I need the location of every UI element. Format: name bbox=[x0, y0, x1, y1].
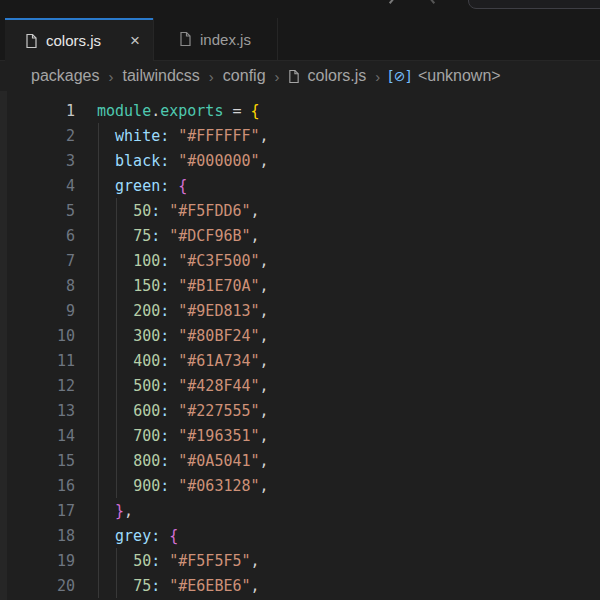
title-bar bbox=[0, 0, 600, 18]
line-number: 12 bbox=[0, 374, 75, 399]
code-line[interactable]: 4 green: { bbox=[0, 173, 600, 198]
line-number: 6 bbox=[0, 224, 75, 249]
indent-guide bbox=[116, 198, 117, 223]
code-line[interactable]: 14 700: "#196351", bbox=[0, 423, 600, 448]
indent-guide bbox=[98, 473, 99, 498]
code-line[interactable]: 19 50: "#F5F5F5", bbox=[0, 548, 600, 573]
line-number: 3 bbox=[0, 149, 75, 174]
line-number: 8 bbox=[0, 274, 75, 299]
code-line[interactable]: 17 }, bbox=[0, 498, 600, 523]
indent-guide bbox=[116, 273, 117, 298]
code-text: 75: "#DCF96B", bbox=[97, 227, 260, 245]
code-line[interactable]: 10 300: "#80BF24", bbox=[0, 323, 600, 348]
code-line[interactable]: 13 600: "#227555", bbox=[0, 398, 600, 423]
line-number: 18 bbox=[0, 524, 75, 549]
back-arrow-icon[interactable] bbox=[389, 0, 403, 9]
indent-guide bbox=[116, 323, 117, 348]
indent-guide bbox=[116, 248, 117, 273]
indent-guide bbox=[98, 173, 99, 198]
indent-guide bbox=[116, 398, 117, 423]
code-text: black: "#000000", bbox=[97, 152, 269, 170]
code-text: 600: "#227555", bbox=[97, 402, 269, 420]
line-number: 5 bbox=[0, 199, 75, 224]
breadcrumb-separator: › bbox=[267, 68, 288, 85]
code-editor[interactable]: 1module.exports = {2 white: "#FFFFFF",3 … bbox=[0, 91, 600, 600]
breadcrumb-item-unknown[interactable]: <unknown> bbox=[417, 67, 502, 85]
forward-arrow-icon[interactable] bbox=[421, 0, 435, 9]
code-text: 50: "#F5FDD6", bbox=[97, 202, 260, 220]
line-number: 7 bbox=[0, 249, 75, 274]
code-text: grey: { bbox=[97, 527, 178, 545]
line-number: 19 bbox=[0, 549, 75, 574]
line-number: 14 bbox=[0, 424, 75, 449]
indent-guide bbox=[116, 223, 117, 248]
code-line[interactable]: 15 800: "#0A5041", bbox=[0, 448, 600, 473]
code-text: white: "#FFFFFF", bbox=[97, 127, 269, 145]
code-line[interactable]: 11 400: "#61A734", bbox=[0, 348, 600, 373]
indent-guide bbox=[98, 573, 99, 598]
code-line[interactable]: 7 100: "#C3F500", bbox=[0, 248, 600, 273]
code-lines: 1module.exports = {2 white: "#FFFFFF",3 … bbox=[0, 98, 600, 598]
indent-guide bbox=[98, 323, 99, 348]
line-number: 13 bbox=[0, 399, 75, 424]
code-text: module.exports = { bbox=[97, 102, 260, 120]
indent-guide bbox=[98, 498, 99, 523]
line-number: 20 bbox=[0, 574, 75, 599]
indent-guide bbox=[116, 548, 117, 573]
breadcrumb-item-tailwindcss[interactable]: tailwindcss bbox=[122, 67, 201, 85]
breadcrumb-separator: › bbox=[201, 68, 222, 85]
code-line[interactable]: 5 50: "#F5FDD6", bbox=[0, 198, 600, 223]
indent-guide bbox=[98, 523, 99, 548]
breadcrumb-item-config[interactable]: config bbox=[222, 67, 267, 85]
code-line[interactable]: 6 75: "#DCF96B", bbox=[0, 223, 600, 248]
close-tab-icon[interactable]: × bbox=[125, 31, 145, 51]
breadcrumb-item-packages[interactable]: packages bbox=[30, 67, 101, 85]
indent-guide bbox=[98, 348, 99, 373]
code-text: 150: "#B1E70A", bbox=[97, 277, 269, 295]
code-line[interactable]: 1module.exports = { bbox=[0, 98, 600, 123]
command-center-searchbox[interactable] bbox=[468, 0, 600, 9]
code-text: 500: "#428F44", bbox=[97, 377, 269, 395]
line-number: 16 bbox=[0, 474, 75, 499]
breadcrumb-separator: › bbox=[367, 68, 388, 85]
line-number: 17 bbox=[0, 499, 75, 524]
code-line[interactable]: 16 900: "#063128", bbox=[0, 473, 600, 498]
tab-label: colors.js bbox=[46, 32, 101, 49]
tab-colors-js[interactable]: colors.js × bbox=[5, 18, 153, 61]
code-line[interactable]: 9 200: "#9ED813", bbox=[0, 298, 600, 323]
tab-label: index.js bbox=[200, 31, 251, 48]
code-line[interactable]: 20 75: "#E6EBE6", bbox=[0, 573, 600, 598]
file-icon bbox=[25, 33, 38, 49]
code-text: }, bbox=[97, 502, 133, 520]
indent-guide bbox=[98, 198, 99, 223]
line-number: 4 bbox=[0, 174, 75, 199]
indent-guide bbox=[98, 273, 99, 298]
code-line[interactable]: 8 150: "#B1E70A", bbox=[0, 273, 600, 298]
code-text: 700: "#196351", bbox=[97, 427, 269, 445]
file-icon bbox=[288, 69, 300, 84]
indent-guide bbox=[116, 473, 117, 498]
code-text: 900: "#063128", bbox=[97, 477, 269, 495]
code-line[interactable]: 2 white: "#FFFFFF", bbox=[0, 123, 600, 148]
breadcrumb-item-colors-js[interactable]: colors.js bbox=[307, 67, 368, 85]
indent-guide bbox=[116, 448, 117, 473]
indent-guide bbox=[98, 373, 99, 398]
code-text: 800: "#0A5041", bbox=[97, 452, 269, 470]
indent-guide bbox=[98, 448, 99, 473]
code-line[interactable]: 18 grey: { bbox=[0, 523, 600, 548]
indent-guide bbox=[116, 373, 117, 398]
indent-guide bbox=[98, 223, 99, 248]
line-number: 15 bbox=[0, 449, 75, 474]
tab-index-js[interactable]: index.js bbox=[153, 18, 278, 60]
symbol-unknown-icon: [⊘] bbox=[388, 68, 411, 84]
code-line[interactable]: 3 black: "#000000", bbox=[0, 148, 600, 173]
line-number: 1 bbox=[0, 99, 75, 124]
breadcrumb-separator: › bbox=[101, 68, 122, 85]
code-text: green: { bbox=[97, 177, 187, 195]
code-line[interactable]: 12 500: "#428F44", bbox=[0, 373, 600, 398]
breadcrumb: packages › tailwindcss › config › colors… bbox=[0, 61, 600, 91]
code-text: 100: "#C3F500", bbox=[97, 252, 269, 270]
line-number: 2 bbox=[0, 124, 75, 149]
indent-guide bbox=[116, 348, 117, 373]
indent-guide bbox=[98, 148, 99, 173]
